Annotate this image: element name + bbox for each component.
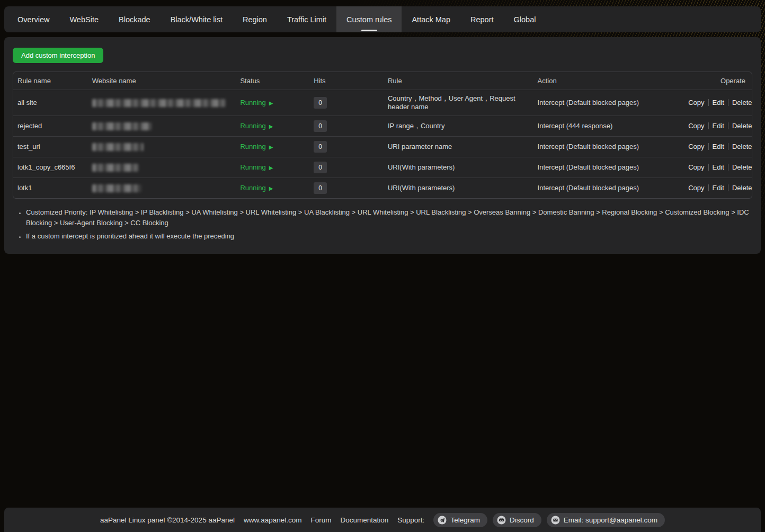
operate-divider [728,143,728,150]
copy-link[interactable]: Copy [688,143,704,150]
operate-divider [708,184,709,191]
website-name-cell [88,90,236,116]
website-name-cell [88,157,236,178]
tab-region[interactable]: Region [233,6,277,32]
column-header-operate: Operate [684,72,752,90]
notes-list: Customized Priority: IP Whitelisting > I… [13,207,752,242]
play-icon: ▶ [269,123,273,129]
support-button-label: Telegram [450,516,480,524]
edit-link[interactable]: Edit [713,163,724,171]
rule-name-cell: test_uri [13,137,88,157]
tab-black-white-list[interactable]: Black/White list [161,6,233,32]
status-toggle[interactable]: Running▶ [240,143,273,150]
copy-link[interactable]: Copy [688,184,704,192]
footer-link-forum[interactable]: Forum [311,516,332,524]
hits-cell: 0 [309,178,384,199]
status-cell: Running▶ [236,116,309,137]
add-custom-interception-button[interactable]: Add custom interception [13,48,103,63]
column-header-rule: Rule [384,72,533,90]
column-header-status: Status [236,72,309,90]
action-cell: Intercept (Default blocked pages) [533,137,684,157]
operate-cell: CopyEditDelete [684,90,752,116]
delete-link[interactable]: Delete [732,163,752,171]
operate-divider [708,164,709,171]
tab-label: Overview [17,15,49,24]
delete-link[interactable]: Delete [732,99,752,107]
table-row: lotk1Running▶0URI(With parameters)Interc… [13,178,752,199]
tab-label: Region [243,15,267,24]
edit-link[interactable]: Edit [713,184,724,192]
delete-link[interactable]: Delete [732,122,752,130]
support-button-label: Email: support@aapanel.com [564,516,657,524]
operate-cell: CopyEditDelete [684,178,752,199]
hits-badge: 0 [314,97,327,109]
table-row: test_uriRunning▶0URI parameter nameInter… [13,137,752,157]
footer-link-documentation[interactable]: Documentation [341,516,389,524]
tab-label: Attack Map [412,15,450,24]
tab-attack-map[interactable]: Attack Map [402,6,460,32]
action-cell: Intercept (Default blocked pages) [533,90,684,116]
hits-cell: 0 [309,116,384,137]
tab-label: Traffic Limit [287,15,326,24]
column-header-website-name: Website name [88,72,236,90]
action-cell: Intercept (Default blocked pages) [533,178,684,199]
hits-badge: 0 [314,182,327,194]
rule-cell: Country，Method，User Agent，Request header… [384,90,533,116]
operate-cell: CopyEditDelete [684,157,752,178]
edit-link[interactable]: Edit [713,143,724,150]
discord-icon [497,516,506,525]
edit-link[interactable]: Edit [713,99,724,107]
footer-link-www-aapanel-com[interactable]: www.aapanel.com [244,516,302,524]
rule-cell: IP range，Country [384,116,533,137]
tab-overview[interactable]: Overview [7,6,59,32]
copy-link[interactable]: Copy [688,99,704,107]
delete-link[interactable]: Delete [732,143,752,150]
website-name-redacted [92,164,139,172]
tab-blockade[interactable]: Blockade [109,6,161,32]
email-icon [551,516,560,525]
support-button-email[interactable]: Email: support@aapanel.com [547,513,665,527]
rule-cell: URI parameter name [384,137,533,157]
status-cell: Running▶ [236,178,309,199]
rule-cell: URI(With parameters) [384,178,533,199]
edit-link[interactable]: Edit [713,122,724,130]
custom-rules-panel: Add custom interception Rule nameWebsite… [4,37,761,254]
website-name-redacted [92,122,152,130]
status-cell: Running▶ [236,137,309,157]
note-item: If a custom intercept is prioritized ahe… [26,231,752,242]
website-name-redacted [92,143,144,151]
tab-global[interactable]: Global [504,6,546,32]
status-toggle[interactable]: Running▶ [240,99,273,107]
tab-traffic-limit[interactable]: Traffic Limit [277,6,336,32]
tab-label: Custom rules [346,15,392,24]
tab-report[interactable]: Report [460,6,504,32]
table-header-row: Rule nameWebsite nameStatusHitsRuleActio… [13,72,752,90]
rule-name-cell: lotk1 [13,178,88,199]
status-toggle[interactable]: Running▶ [240,122,273,130]
tab-label: Report [470,15,494,24]
action-cell: Intercept (Default blocked pages) [533,157,684,178]
status-toggle[interactable]: Running▶ [240,184,273,192]
support-button-discord[interactable]: Discord [493,513,541,527]
tab-custom-rules[interactable]: Custom rules [336,6,402,32]
support-button-label: Discord [510,516,534,524]
delete-link[interactable]: Delete [732,184,752,192]
column-header-rule-name: Rule name [13,72,88,90]
hits-cell: 0 [309,157,384,178]
support-pills: TelegramDiscordEmail: support@aapanel.co… [433,513,665,527]
play-icon: ▶ [269,185,273,191]
operate-divider [728,122,728,129]
status-cell: Running▶ [236,157,309,178]
rule-cell: URI(With parameters) [384,157,533,178]
support-button-telegram[interactable]: Telegram [433,513,487,527]
status-toggle[interactable]: Running▶ [240,163,273,171]
tab-label: Blockade [119,15,150,24]
operate-cell: CopyEditDelete [684,137,752,157]
copy-link[interactable]: Copy [688,163,704,171]
play-icon: ▶ [269,165,273,171]
operate-divider [708,122,709,129]
copy-link[interactable]: Copy [688,122,704,130]
tab-website[interactable]: WebSite [59,6,109,32]
top-nav: OverviewWebSiteBlockadeBlack/White listR… [4,6,761,32]
rule-name-cell: all site [13,90,88,116]
